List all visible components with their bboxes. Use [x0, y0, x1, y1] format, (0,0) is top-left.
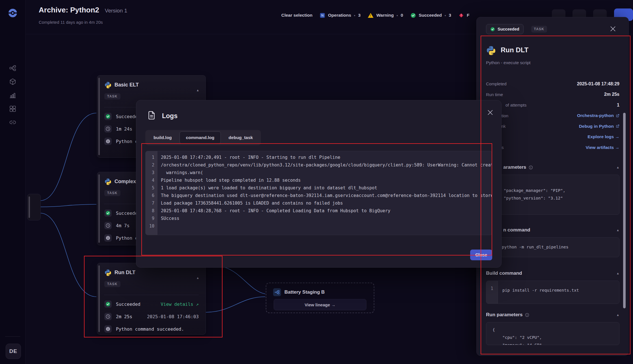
status-bar: Clear selection Operations • 3 Warning •…	[281, 12, 469, 19]
collapse-caret-icon[interactable]: ▲	[616, 313, 619, 317]
panel-scrollbar[interactable]	[623, 113, 626, 308]
separator-dot: •	[354, 13, 355, 18]
log-gutter: 12345678910	[146, 151, 157, 235]
external-link-icon	[616, 114, 619, 118]
operations-status[interactable]: Operations • 3	[320, 13, 360, 18]
operations-icon	[320, 13, 325, 18]
python-icon	[104, 81, 112, 89]
status-badge: Succeeded	[486, 24, 524, 34]
user-avatar[interactable]: DE	[6, 344, 21, 359]
runtime-text: 4m 7s	[116, 223, 129, 228]
failed-icon	[459, 13, 464, 18]
section-header: n command▲	[486, 227, 619, 233]
succeeded-count: 3	[449, 13, 451, 18]
clock-icon	[104, 125, 112, 133]
warning-count: 0	[401, 13, 403, 18]
panel-section-1: n command▲python -m run_dlt_pipelines	[486, 227, 619, 257]
info-icon	[104, 325, 112, 333]
code-gutter: 1	[486, 281, 498, 304]
clear-selection-button[interactable]: Clear selection	[281, 13, 312, 18]
info-icon	[525, 313, 529, 317]
cube-icon[interactable]	[9, 78, 16, 85]
tab-build.log[interactable]: build.log	[147, 131, 178, 144]
field-value[interactable]: Orchestra-python	[577, 113, 619, 118]
log-line: warnings.warn(	[157, 169, 492, 177]
task-title: Basic ELT	[114, 82, 139, 88]
log-line-number: 7	[146, 200, 157, 207]
panel-field-row: Run time2m 25s	[486, 89, 619, 100]
panel-field-row: Completed2025-01-08 17:48:29	[486, 79, 619, 89]
code-lines: { "cpu": "2 vCPU", "memory": "4 GB"	[486, 322, 619, 345]
panel-field-row: sView artifacts →	[486, 142, 619, 153]
app-logo-icon[interactable]	[7, 8, 18, 18]
failed-status[interactable]: F	[459, 13, 469, 18]
task-type-badge: TASK	[531, 26, 547, 32]
tab-command.log[interactable]: command.log	[180, 131, 221, 144]
warning-status[interactable]: Warning • 0	[368, 13, 403, 18]
section-title: Build command	[486, 270, 522, 276]
panel-field-row: tionOrchestra-python	[486, 110, 619, 121]
log-line-number: 5	[146, 184, 157, 192]
tab-debug_task[interactable]: debug_task	[222, 131, 259, 144]
grid-icon[interactable]	[9, 105, 16, 112]
code-line: "cpu": "2 vCPU",	[492, 334, 619, 341]
log-line: The bigquery destination used dlt-user@r…	[157, 192, 492, 200]
python-icon	[104, 178, 112, 185]
warning-icon	[368, 13, 373, 18]
code-line: {	[492, 326, 619, 334]
succeeded-status[interactable]: Succeeded • 3	[411, 13, 451, 18]
collapse-caret-icon[interactable]: ▲	[196, 88, 199, 92]
pipeline-start-node[interactable]	[27, 194, 41, 220]
field-value[interactable]: Explore logs →	[587, 134, 619, 139]
code-box: python -m run_dlt_pipelines	[486, 237, 619, 257]
panel-title: Run DLT	[501, 46, 528, 54]
message-row: Python command succeeded.	[104, 325, 199, 333]
status-row: Succeeded View details ↗	[104, 300, 199, 308]
code-line: "package_manager": "PIP",	[499, 187, 619, 194]
task-card-run-dlt[interactable]: Run DLT ▲ TASK Succeeded View details ↗ …	[97, 263, 206, 335]
separator-dot: •	[397, 13, 398, 18]
field-value: 2m 25s	[604, 92, 619, 97]
link-icon[interactable]	[9, 119, 16, 126]
section-header: arameters▲	[486, 164, 619, 170]
log-line: 2025-01-08 17:48:28,768 - root - INFO - …	[157, 207, 492, 215]
log-line-number: 10	[146, 222, 157, 230]
close-icon[interactable]	[487, 109, 494, 116]
lineage-icon[interactable]	[9, 64, 16, 72]
log-line: SUccess	[157, 215, 492, 222]
collapse-caret-icon[interactable]: ▲	[616, 166, 619, 169]
logs-modal: Logs build.logcommand.logdebug_task 1234…	[136, 100, 502, 268]
log-line	[157, 222, 492, 230]
python-icon	[486, 46, 496, 56]
separator-dot: •	[445, 13, 446, 18]
pipeline-card-battery-staging-b[interactable]: Battery Staging B View lineage →	[266, 283, 374, 313]
view-lineage-button[interactable]: View lineage →	[274, 299, 366, 310]
log-line-number: 9	[146, 215, 157, 222]
log-line: /orchestra/cloned_python_repo/venv/lib/p…	[157, 161, 492, 169]
status-text: Succeeded	[116, 302, 141, 307]
log-line-number: 4	[146, 177, 157, 184]
collapse-caret-icon[interactable]: ▲	[616, 228, 619, 232]
collapse-caret-icon[interactable]: ▲	[196, 276, 199, 280]
log-tabs: build.logcommand.logdebug_task	[145, 130, 261, 145]
runtime-text: 1m 24s	[116, 126, 132, 132]
panel-field-row: of attempts1	[486, 100, 619, 110]
field-value[interactable]: View artifacts →	[586, 145, 619, 150]
code-line: "memory": "4 GB"	[492, 341, 619, 345]
close-icon[interactable]	[609, 25, 617, 32]
bar-chart-icon[interactable]	[9, 92, 16, 99]
collapse-caret-icon[interactable]: ▲	[616, 272, 619, 275]
view-details-link[interactable]: View details ↗	[161, 302, 199, 307]
code-line: python -m run_dlt_pipelines	[502, 243, 619, 251]
operations-count: 3	[358, 13, 361, 18]
check-icon	[104, 300, 112, 308]
field-value[interactable]: Debug in Python	[579, 124, 619, 129]
section-header: Build command▲	[486, 270, 619, 276]
code-line: pip install -r requirements.txt	[502, 287, 619, 294]
task-type-badge: TASK	[104, 190, 120, 196]
close-button[interactable]: Close	[470, 250, 492, 260]
succeeded-icon	[411, 13, 416, 18]
code-box: "package_manager": "PIP", "python_versio…	[486, 175, 619, 215]
code-lines: "package_manager": "PIP", "python_versio…	[486, 175, 619, 202]
panel-fields: Completed2025-01-08 17:48:29Run time2m 2…	[486, 79, 619, 153]
